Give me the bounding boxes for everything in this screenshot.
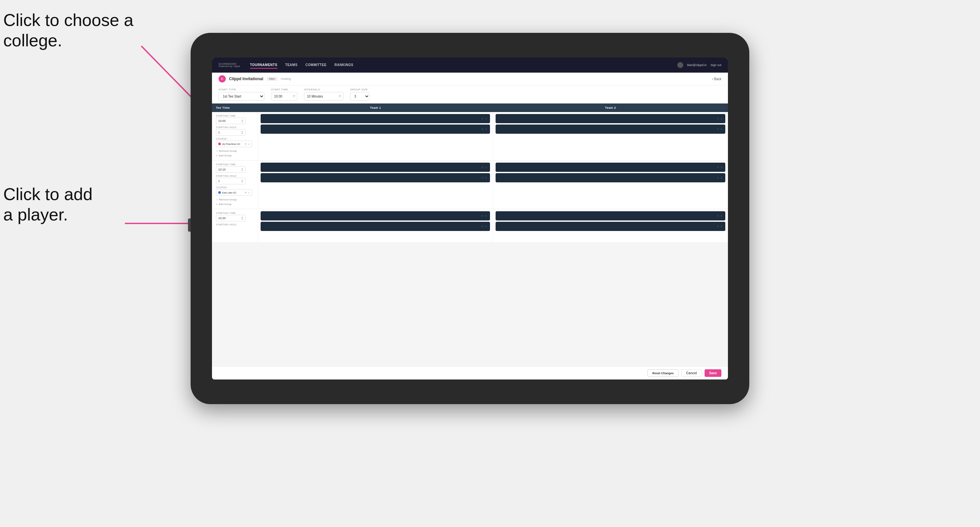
tee-left-3: STARTING TIME: 10:20 ▲▼ STARTING HOLE: <box>212 209 258 242</box>
group-size-select[interactable]: 3 <box>350 92 370 100</box>
th-tee-time: Tee Time <box>212 103 258 112</box>
player-slot-3-3[interactable]: ✕ ⇕ <box>496 211 725 221</box>
nav-rankings[interactable]: RANKINGS <box>334 62 353 69</box>
course-remove-2[interactable]: ✕ <box>245 191 247 194</box>
intervals-field: Intervals ⏱ <box>304 88 344 100</box>
sign-out-link[interactable]: Sign out <box>711 63 721 67</box>
user-avatar <box>677 62 683 68</box>
nav-teams[interactable]: TEAMS <box>285 62 298 69</box>
user-email: blair@clippd.io <box>687 63 706 67</box>
nav-links: TOURNAMENTS TEAMS COMMITTEE RANKINGS <box>250 62 677 69</box>
time-arrows-2: ▲▼ <box>241 168 243 171</box>
course-name-2: East Lake GC <box>222 192 237 194</box>
team2-col-2: ✕ ⇕ ✕ ⇕ <box>493 161 728 209</box>
intervals-label: Intervals <box>304 88 344 91</box>
starting-time-input-3[interactable]: 10:20 ▲▼ <box>216 215 245 221</box>
player-slot-1-3[interactable]: ✕ ⇕ <box>496 114 725 123</box>
tournament-badge: Men <box>267 77 278 81</box>
intervals-input[interactable] <box>304 92 344 100</box>
th-team1: Team 1 <box>258 103 493 112</box>
player-slot-2-3[interactable]: ✕ ⇕ <box>496 163 725 172</box>
team2-col-1: ✕ ⇕ ✕ ⇕ <box>493 112 728 160</box>
hole-arrows-1: ▲▼ <box>241 130 243 134</box>
main-content: Tee Time Team 1 Team 2 STARTING TIME: 10… <box>212 103 728 366</box>
start-type-select[interactable]: 1st Tee Start <box>218 92 264 100</box>
annotation-add-player: Click to adda player. <box>3 184 93 225</box>
remove-group-btn-1[interactable]: ○ Remove Group <box>216 149 254 153</box>
start-type-field: Start Type 1st Tee Start <box>218 88 264 100</box>
player-slot-1-2[interactable]: ✕ ⇕ <box>261 124 490 134</box>
remove-group-btn-2[interactable]: ○ Remove Group <box>216 198 254 202</box>
time-arrows-1: ▲▼ <box>241 119 243 123</box>
tee-actions-1: ○ Remove Group + Add Group <box>216 149 254 157</box>
intervals-icon: ⏱ <box>339 95 342 98</box>
back-button[interactable]: ‹ Back <box>712 77 721 81</box>
slot-arrow-icon[interactable]: ⇕ <box>485 117 487 120</box>
group-size-label: Group Size <box>350 88 370 91</box>
slot-x-icon-2[interactable]: ✕ <box>482 128 484 131</box>
th-team2: Team 2 <box>493 103 728 112</box>
nav-tournaments[interactable]: TOURNAMENTS <box>250 62 277 69</box>
course-select-1[interactable]: (A) Peachtree GC ✕ ⇕ <box>216 141 252 147</box>
form-row: Start Type 1st Tee Start Start Time ⏱ In… <box>212 86 728 103</box>
starting-time-input-1[interactable]: 10:00 ▲▼ <box>216 117 245 124</box>
group-size-field: Group Size 3 <box>350 88 370 100</box>
tee-row-2: STARTING TIME: 10:10 ▲▼ STARTING HOLE: 1… <box>212 161 728 209</box>
subheader: C Clippd Invitational Men Hosting ‹ Back <box>212 73 728 86</box>
intervals-input-wrapper: ⏱ <box>304 92 344 100</box>
tee-left-2: STARTING TIME: 10:10 ▲▼ STARTING HOLE: 1… <box>212 161 258 209</box>
tablet-side-button <box>188 219 191 232</box>
table-header: Tee Time Team 1 Team 2 <box>212 103 728 112</box>
tablet-screen: SCOREBOARD Powered by clippd TOURNAMENTS… <box>212 57 728 379</box>
start-time-label: Start Time <box>271 88 298 91</box>
nav-committee[interactable]: COMMITTEE <box>305 62 327 69</box>
tee-row-3: STARTING TIME: 10:20 ▲▼ STARTING HOLE: ✕ <box>212 209 728 242</box>
course-remove-1[interactable]: ✕ <box>245 143 247 146</box>
navbar: SCOREBOARD Powered by clippd TOURNAMENTS… <box>212 57 728 73</box>
tee-section-3: STARTING TIME: 10:20 ▲▼ STARTING HOLE: ✕ <box>212 209 728 242</box>
starting-hole-input-2[interactable]: 1 ▲▼ <box>216 178 245 184</box>
player-slot-1-1[interactable]: ✕ ⇕ <box>261 114 490 123</box>
player-slot-3-4[interactable]: ✕ ⇕ <box>496 222 725 231</box>
hosting-label: Hosting <box>281 77 291 81</box>
course-arrows-2: ⇕ <box>248 192 250 194</box>
save-button[interactable]: Save <box>705 369 721 377</box>
time-arrows-3: ▲▼ <box>241 216 243 220</box>
player-slot-3-2[interactable]: ✕ ⇕ <box>261 222 490 231</box>
cancel-button[interactable]: Cancel <box>681 369 702 377</box>
course-arrows-1: ⇕ <box>248 143 250 145</box>
bottom-bar: Reset Changes Cancel Save <box>212 366 728 379</box>
start-time-input-wrapper: ⏱ <box>271 92 298 100</box>
player-slot-1-4[interactable]: ✕ ⇕ <box>496 124 725 134</box>
tee-section-1: STARTING TIME: 10:00 ▲▼ STARTING HOLE: 1… <box>212 112 728 160</box>
player-slot-2-4[interactable]: ✕ ⇕ <box>496 173 725 183</box>
slot-x-icon-3[interactable]: ✕ <box>717 117 719 120</box>
slot-arrow-icon-3[interactable]: ⇕ <box>721 117 723 120</box>
slot-arrow-icon-4[interactable]: ⇕ <box>721 128 723 131</box>
start-type-label: Start Type <box>218 88 264 91</box>
hole-arrows-2: ▲▼ <box>241 179 243 183</box>
starting-time-input-2[interactable]: 10:10 ▲▼ <box>216 166 245 173</box>
add-group-btn-2[interactable]: + Add Group <box>216 202 254 206</box>
course-dot-1 <box>218 143 221 145</box>
nav-right: blair@clippd.io Sign out <box>677 62 721 68</box>
player-slot-2-2[interactable]: ✕ ⇕ <box>261 173 490 183</box>
tee-left-1: STARTING TIME: 10:00 ▲▼ STARTING HOLE: 1… <box>212 112 258 160</box>
tee-row-1: STARTING TIME: 10:00 ▲▼ STARTING HOLE: 1… <box>212 112 728 160</box>
annotation-choose-college: Click to choose acollege. <box>3 10 134 51</box>
slot-x-icon[interactable]: ✕ <box>482 117 484 120</box>
reset-changes-button[interactable]: Reset Changes <box>648 369 679 377</box>
slot-x-icon-4[interactable]: ✕ <box>717 128 719 131</box>
course-select-2[interactable]: East Lake GC ✕ ⇕ <box>216 189 252 196</box>
course-name-1: (A) Peachtree GC <box>222 143 240 145</box>
tablet-shell: SCOREBOARD Powered by clippd TOURNAMENTS… <box>191 33 749 404</box>
player-slot-3-1[interactable]: ✕ ⇕ <box>261 211 490 221</box>
team1-col-2: ✕ ⇕ ✕ ⇕ <box>258 161 493 209</box>
clock-icon: ⏱ <box>293 95 296 98</box>
player-slot-2-1[interactable]: ✕ ⇕ <box>261 163 490 172</box>
course-dot-2 <box>218 191 221 194</box>
add-group-btn-1[interactable]: + Add Group <box>216 154 254 157</box>
slot-arrow-icon-2[interactable]: ⇕ <box>485 128 487 131</box>
starting-time-label-1: STARTING TIME: <box>216 115 254 117</box>
starting-hole-input-1[interactable]: 1 ▲▼ <box>216 129 245 136</box>
